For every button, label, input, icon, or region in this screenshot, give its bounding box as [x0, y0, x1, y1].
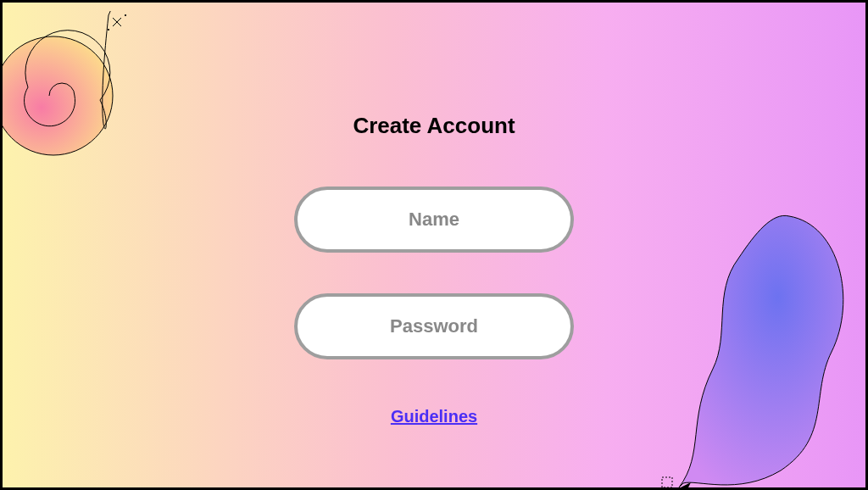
guidelines-link[interactable]: Guidelines — [391, 407, 477, 426]
svg-point-4 — [125, 14, 125, 15]
blob-decoration-icon — [637, 199, 857, 490]
svg-marker-5 — [681, 482, 691, 490]
svg-line-1 — [113, 18, 121, 26]
swirl-decoration-icon — [0, 11, 155, 181]
svg-line-2 — [113, 18, 121, 26]
signup-frame: Create Account Guidelines — [0, 0, 868, 490]
svg-point-0 — [0, 36, 113, 155]
signup-form: Create Account Guidelines — [264, 113, 604, 426]
page-title: Create Account — [353, 113, 515, 139]
name-input[interactable] — [294, 187, 574, 253]
svg-point-3 — [108, 29, 108, 30]
svg-rect-6 — [662, 477, 672, 487]
password-input[interactable] — [294, 293, 574, 359]
